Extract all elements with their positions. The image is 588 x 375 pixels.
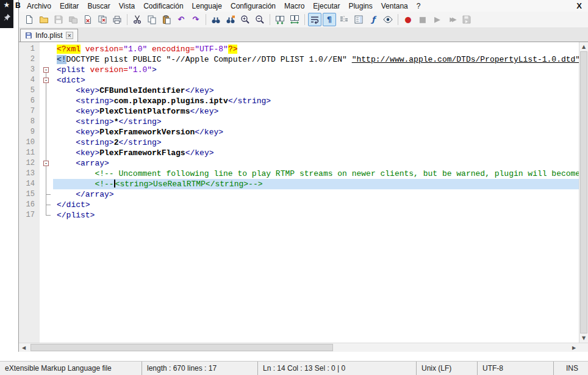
vertical-scrollbar[interactable]: ▲ ▼ — [579, 42, 588, 343]
code-line[interactable]: <key>PlexFrameworkFlags</key> — [53, 148, 579, 158]
cut-button[interactable] — [131, 13, 144, 26]
code-line[interactable]: </array> — [53, 189, 579, 200]
code-line[interactable]: <string>com.plexapp.plugins.iptv</string… — [53, 96, 579, 106]
macro-record-button[interactable]: ● — [401, 13, 415, 26]
show-indent-guide-button[interactable] — [337, 13, 351, 26]
menu-item-configuracion[interactable]: Configuración — [226, 1, 280, 11]
menu-item-editar[interactable]: Editar — [56, 1, 83, 11]
tab-info-plist[interactable]: Info.plist × — [20, 29, 78, 42]
line-number[interactable]: 5 — [19, 86, 40, 96]
code-line[interactable]: <key>CFBundleIdentifier</key> — [53, 86, 579, 96]
sync-scroll-horizontal-button[interactable] — [288, 13, 301, 26]
code-line[interactable]: <!--<string>UseRealRTMP</string>--> — [53, 179, 579, 189]
code-line[interactable]: <key>PlexFrameworkVersion</key> — [53, 127, 579, 137]
redo-button[interactable]: ↷ — [189, 13, 203, 26]
line-number[interactable]: 4 — [19, 75, 40, 86]
menu-item-ventana[interactable]: Ventana — [377, 1, 412, 11]
code-line[interactable]: <string>*</string> — [53, 117, 579, 127]
menu-item-macro[interactable]: Macro — [280, 1, 309, 11]
menu-item-vista[interactable]: Vista — [115, 1, 139, 11]
line-number[interactable]: 3 — [19, 65, 40, 75]
editor-lines[interactable]: 1<?xml version="1.0" encoding="UTF-8"?>2… — [19, 42, 588, 220]
undo-button[interactable]: ↶ — [174, 13, 188, 26]
status-eol-format[interactable]: Unix (LF) — [416, 362, 477, 375]
new-file-button[interactable] — [23, 13, 36, 26]
code-line[interactable]: <string>2</string> — [53, 137, 579, 148]
horizontal-scroll-thumb[interactable] — [30, 344, 333, 351]
status-length: length : 670 lines : 17 — [142, 362, 257, 375]
code-line[interactable]: <key>PlexClientPlatforms</key> — [53, 106, 579, 117]
code-line-row: 16</dict> — [19, 200, 588, 210]
menu-item-codificacion[interactable]: Codificación — [139, 1, 187, 11]
paste-button[interactable] — [160, 13, 173, 26]
line-number[interactable]: 12 — [19, 158, 40, 169]
line-number[interactable]: 7 — [19, 106, 40, 117]
fold-margin — [40, 137, 53, 148]
macro-save-button[interactable] — [460, 13, 473, 26]
status-encoding[interactable]: UTF-8 — [477, 362, 553, 375]
code-line[interactable]: </dict> — [53, 200, 579, 210]
file-monitoring-button[interactable] — [381, 13, 395, 26]
code-line[interactable]: <array> — [53, 158, 579, 169]
scroll-up-icon[interactable]: ▲ — [579, 42, 588, 51]
window-close-button[interactable]: X — [570, 1, 588, 10]
status-insert-mode[interactable]: INS — [553, 362, 588, 375]
line-number[interactable]: 16 — [19, 200, 40, 210]
zoom-out-button[interactable] — [253, 13, 267, 26]
scroll-left-icon[interactable]: ◀ — [19, 343, 29, 352]
horizontal-scroll-track[interactable] — [29, 343, 569, 352]
code-line[interactable]: <!-- Uncomment following line to play RT… — [53, 169, 579, 179]
fold-collapse-icon[interactable]: - — [43, 67, 49, 73]
code-segment-val: "1.0" — [123, 45, 147, 54]
menu-item-lenguaje[interactable]: Lenguaje — [188, 1, 226, 11]
function-list-button[interactable]: ƒ — [367, 13, 380, 26]
save-file-button[interactable] — [52, 13, 65, 26]
macro-run-multiple-button[interactable]: ▶▶ — [445, 13, 459, 26]
line-number[interactable]: 13 — [19, 169, 40, 179]
sync-scroll-vertical-button[interactable] — [273, 13, 287, 26]
copy-button[interactable] — [145, 13, 159, 26]
show-all-characters-button[interactable]: ¶ — [323, 13, 336, 26]
line-number[interactable]: 6 — [19, 96, 40, 106]
save-all-button[interactable] — [66, 13, 80, 26]
line-number[interactable]: 15 — [19, 189, 40, 200]
fold-collapse-icon[interactable]: - — [43, 161, 49, 166]
horizontal-scrollbar[interactable]: ◀ ▶ — [19, 343, 588, 352]
code-line[interactable]: </plist> — [53, 210, 579, 220]
line-number[interactable]: 10 — [19, 137, 40, 148]
menu-item-help[interactable]: ? — [412, 1, 425, 11]
line-number[interactable]: 1 — [19, 44, 40, 54]
line-number[interactable]: 2 — [19, 54, 40, 65]
zoom-in-button[interactable] — [238, 13, 252, 26]
print-button[interactable] — [110, 13, 124, 26]
menu-item-ejecutar[interactable]: Ejecutar — [309, 1, 344, 11]
line-number[interactable]: 11 — [19, 148, 40, 158]
scroll-down-icon[interactable]: ▼ — [579, 333, 588, 343]
menu-item-archivo[interactable]: Archivo — [23, 1, 56, 11]
code-line[interactable]: <plist version="1.0"> — [53, 65, 579, 75]
replace-button[interactable] — [224, 13, 237, 26]
macro-play-button[interactable]: ▶ — [431, 13, 444, 26]
scroll-right-icon[interactable]: ▶ — [569, 343, 579, 352]
line-number[interactable]: 8 — [19, 117, 40, 127]
editor-area[interactable]: 1<?xml version="1.0" encoding="UTF-8"?>2… — [19, 42, 588, 343]
line-number[interactable]: 14 — [19, 179, 40, 189]
word-wrap-button[interactable] — [308, 13, 321, 26]
close-all-button[interactable] — [96, 13, 109, 26]
code-line[interactable]: <dict> — [53, 75, 579, 86]
fold-collapse-icon[interactable]: - — [43, 78, 49, 83]
macro-stop-button[interactable]: ■ — [416, 13, 429, 26]
code-line[interactable]: <?xml version="1.0" encoding="UTF-8"?> — [53, 44, 579, 54]
fold-margin — [40, 117, 53, 127]
menu-item-plugins[interactable]: Plugins — [344, 1, 376, 11]
code-line[interactable]: <!DOCTYPE plist PUBLIC "-//Apple Compute… — [53, 54, 579, 65]
close-file-button[interactable] — [81, 13, 95, 26]
tab-close-icon[interactable]: × — [66, 32, 73, 39]
open-file-button[interactable] — [37, 13, 51, 26]
line-number[interactable]: 9 — [19, 127, 40, 137]
menu-item-buscar[interactable]: Buscar — [83, 1, 114, 11]
find-button[interactable] — [209, 13, 223, 26]
vertical-scroll-thumb[interactable] — [580, 51, 587, 333]
line-number[interactable]: 17 — [19, 210, 40, 220]
document-map-button[interactable] — [352, 13, 365, 26]
